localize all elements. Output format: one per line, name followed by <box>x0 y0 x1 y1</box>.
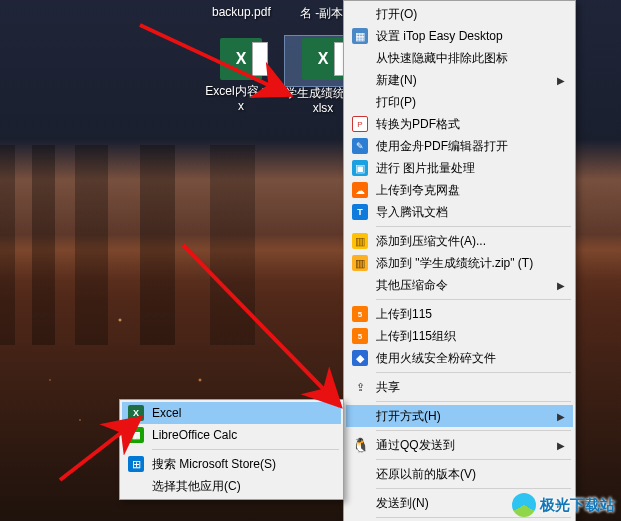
menu-item-upload-115-org[interactable]: 5上传到115组织 <box>346 325 573 347</box>
menu-item-restore-version[interactable]: 还原以前的版本(V) <box>346 463 573 485</box>
menu-item-itop[interactable]: ▦设置 iTop Easy Desktop <box>346 25 573 47</box>
menu-item-label: 打开(O) <box>376 6 417 23</box>
archive-icon: ▥ <box>352 255 368 271</box>
menu-item-label: 进行 图片批量处理 <box>376 160 475 177</box>
menu-item-label: 设置 iTop Easy Desktop <box>376 28 503 45</box>
menu-item-label: Excel <box>152 406 181 420</box>
archive-icon: ▥ <box>352 233 368 249</box>
submenu-arrow-icon: ▶ <box>557 411 565 422</box>
menu-separator <box>376 488 571 489</box>
menu-item-add-zip[interactable]: ▥添加到 "学生成绩统计.zip" (T) <box>346 252 573 274</box>
menu-item-label: 其他压缩命令 <box>376 277 448 294</box>
tencent-icon: T <box>352 204 368 220</box>
menu-item-label: 上传到115组织 <box>376 328 456 345</box>
menu-separator <box>152 449 339 450</box>
submenu-arrow-icon: ▶ <box>557 280 565 291</box>
menu-separator <box>376 372 571 373</box>
submenu-item-excel[interactable]: XExcel <box>122 402 341 424</box>
menu-item-new[interactable]: 新建(N)▶ <box>346 69 573 91</box>
menu-item-to-pdf[interactable]: P转换为PDF格式 <box>346 113 573 135</box>
shield-icon: ◆ <box>352 350 368 366</box>
menu-item-label: 使用火绒安全粉碎文件 <box>376 350 496 367</box>
context-menu-main: 打开(O) ▦设置 iTop Easy Desktop 从快速隐藏中排除此图标 … <box>343 0 576 521</box>
pdf-editor-icon: ✎ <box>352 138 368 154</box>
pdf-icon: P <box>352 116 368 132</box>
submenu-item-choose-other[interactable]: 选择其他应用(C) <box>122 475 341 497</box>
menu-separator <box>376 226 571 227</box>
menu-item-add-archive[interactable]: ▥添加到压缩文件(A)... <box>346 230 573 252</box>
menu-separator <box>376 459 571 460</box>
desktop-file-label-2[interactable]: 名 -副本 <box>300 5 343 22</box>
menu-item-label: 还原以前的版本(V) <box>376 466 476 483</box>
submenu-arrow-icon: ▶ <box>557 75 565 86</box>
menu-separator <box>376 401 571 402</box>
cloud-icon: ☁ <box>352 182 368 198</box>
ms-store-icon: ⊞ <box>128 456 144 472</box>
submenu-arrow-icon: ▶ <box>557 440 565 451</box>
menu-item-label: 添加到压缩文件(A)... <box>376 233 486 250</box>
menu-item-label: 添加到 "学生成绩统计.zip" (T) <box>376 255 533 272</box>
menu-item-label: 上传到夸克网盘 <box>376 182 460 199</box>
menu-separator <box>376 517 571 518</box>
watermark-text: 极光下载站 <box>540 496 615 515</box>
menu-item-label: 使用金舟PDF编辑器打开 <box>376 138 508 155</box>
excel-file-icon: X <box>220 38 262 80</box>
menu-item-upload-quark[interactable]: ☁上传到夸克网盘 <box>346 179 573 201</box>
menu-item-pdf-editor[interactable]: ✎使用金舟PDF编辑器打开 <box>346 135 573 157</box>
menu-item-huorong-shred[interactable]: ◆使用火绒安全粉碎文件 <box>346 347 573 369</box>
context-menu-open-with: XExcel ▦LibreOffice Calc ⊞搜索 Microsoft S… <box>119 399 344 500</box>
desktop-file-excel-1[interactable]: X Excel内容.xlsx <box>203 38 279 114</box>
desktop-file-label: Excel内容.xlsx <box>203 84 279 114</box>
menu-item-open-with[interactable]: 打开方式(H)▶ <box>346 405 573 427</box>
menu-item-exclude-hide[interactable]: 从快速隐藏中排除此图标 <box>346 47 573 69</box>
menu-item-upload-115[interactable]: 5上传到115 <box>346 303 573 325</box>
115-icon: 5 <box>352 306 368 322</box>
menu-item-label: 上传到115 <box>376 306 432 323</box>
115-icon: 5 <box>352 328 368 344</box>
menu-item-label: 打开方式(H) <box>376 408 441 425</box>
menu-item-label: 从快速隐藏中排除此图标 <box>376 50 508 67</box>
menu-item-tencent-docs[interactable]: T导入腾讯文档 <box>346 201 573 223</box>
menu-item-label: 通过QQ发送到 <box>376 437 455 454</box>
excel-icon: X <box>128 405 144 421</box>
desktop-file-label[interactable]: backup.pdf <box>212 5 271 19</box>
menu-item-label: 共享 <box>376 379 400 396</box>
submenu-item-search-store[interactable]: ⊞搜索 Microsoft Store(S) <box>122 453 341 475</box>
image-icon: ▣ <box>352 160 368 176</box>
menu-item-label: 新建(N) <box>376 72 417 89</box>
menu-item-qq-send[interactable]: 🐧通过QQ发送到▶ <box>346 434 573 456</box>
menu-item-open[interactable]: 打开(O) <box>346 3 573 25</box>
menu-separator <box>376 299 571 300</box>
share-icon: ⇪ <box>352 379 368 395</box>
submenu-item-libreoffice[interactable]: ▦LibreOffice Calc <box>122 424 341 446</box>
menu-item-label: 转换为PDF格式 <box>376 116 460 133</box>
menu-item-label: 导入腾讯文档 <box>376 204 448 221</box>
menu-item-other-archive[interactable]: 其他压缩命令▶ <box>346 274 573 296</box>
menu-item-label: 发送到(N) <box>376 495 429 512</box>
menu-item-label: 打印(P) <box>376 94 416 111</box>
qq-icon: 🐧 <box>352 437 368 453</box>
menu-item-print[interactable]: 打印(P) <box>346 91 573 113</box>
app-icon: ▦ <box>352 28 368 44</box>
libreoffice-icon: ▦ <box>128 427 144 443</box>
menu-separator <box>376 430 571 431</box>
watermark: 极光下载站 <box>512 493 615 517</box>
excel-file-icon: X <box>302 38 344 80</box>
menu-item-share[interactable]: ⇪共享 <box>346 376 573 398</box>
menu-item-image-batch[interactable]: ▣进行 图片批量处理 <box>346 157 573 179</box>
menu-item-label: LibreOffice Calc <box>152 428 237 442</box>
watermark-logo-icon <box>512 493 536 517</box>
menu-item-label: 搜索 Microsoft Store(S) <box>152 456 276 473</box>
menu-item-label: 选择其他应用(C) <box>152 478 241 495</box>
